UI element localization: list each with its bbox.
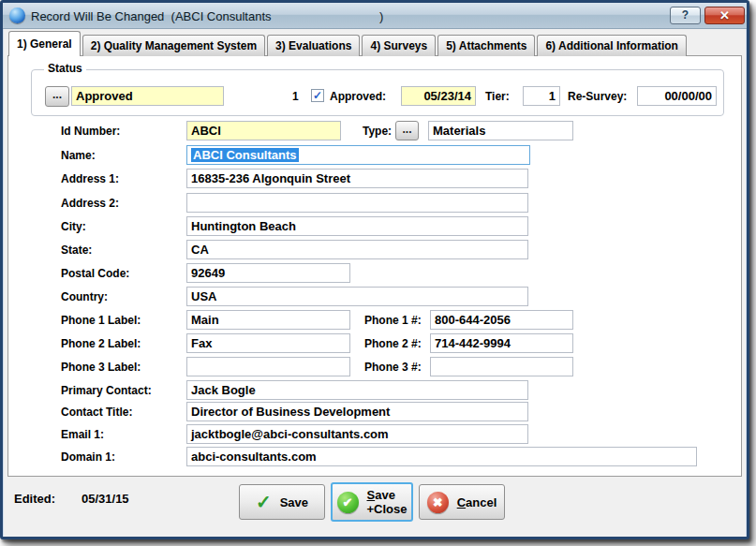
- tab-surveys[interactable]: 4) Surveys: [362, 35, 436, 56]
- status-lookup-button[interactable]: ...: [45, 86, 69, 107]
- city-field[interactable]: Huntington Beach: [186, 216, 528, 236]
- address2-label: Address 2:: [61, 197, 119, 210]
- save-close-check-icon: ✔: [337, 492, 359, 513]
- app-globe-icon: [9, 7, 25, 23]
- type-label: Type:: [363, 125, 392, 138]
- address1-field[interactable]: 16835-236 Algonquin Street: [186, 169, 528, 188]
- phone2-num-label: Phone 2 #:: [364, 337, 422, 350]
- type-field[interactable]: Materials: [428, 121, 573, 140]
- country-field[interactable]: USA: [186, 287, 528, 306]
- save-button[interactable]: ✓ Save: [239, 484, 325, 520]
- city-label: City:: [61, 220, 86, 233]
- tier-label: Tier:: [485, 90, 510, 103]
- phone2-label-field[interactable]: Fax: [186, 333, 350, 353]
- address2-field[interactable]: [186, 193, 528, 213]
- phone1-num-field[interactable]: 800-644-2056: [430, 310, 573, 330]
- tab-general[interactable]: 1) General: [8, 31, 81, 56]
- approved-date-field[interactable]: 05/23/14: [401, 86, 476, 106]
- dialog-window: Record Will Be Changed (ABCI Consultants…: [0, 0, 749, 539]
- email1-field[interactable]: jacktbogle@abci-consultants.com: [186, 424, 528, 444]
- help-button[interactable]: ?: [670, 7, 701, 24]
- type-lookup-button[interactable]: ...: [395, 121, 419, 140]
- close-button[interactable]: ✕: [704, 7, 745, 24]
- primary-contact-label: Primary Contact:: [61, 384, 152, 397]
- edited-value: 05/31/15: [82, 492, 129, 506]
- tab-attachments[interactable]: 5) Attachments: [437, 35, 535, 56]
- tier-field[interactable]: 1: [523, 86, 560, 106]
- postal-code-label: Postal Code:: [61, 267, 129, 280]
- name-selected-text: ABCI Consultants: [191, 148, 299, 162]
- approved-label: Approved:: [330, 90, 386, 103]
- primary-contact-field[interactable]: Jack Bogle: [186, 380, 528, 400]
- resurvey-label: Re-Survey:: [568, 90, 627, 103]
- phone3-num-field[interactable]: [430, 357, 573, 376]
- postal-code-field[interactable]: 92649: [186, 263, 350, 283]
- status-field[interactable]: Approved: [71, 86, 224, 106]
- phone1-num-label: Phone 1 #:: [364, 314, 422, 327]
- save-check-icon: ✓: [256, 493, 272, 511]
- phone3-num-label: Phone 3 #:: [364, 361, 422, 374]
- state-label: State:: [61, 243, 92, 257]
- save-close-button-label: Save +Close: [367, 488, 408, 516]
- phone3-label-label: Phone 3 Label:: [61, 361, 141, 374]
- phone1-label-label: Phone 1 Label:: [61, 314, 141, 327]
- country-label: Country:: [61, 290, 108, 303]
- cancel-button-label: Cancel: [457, 495, 497, 509]
- domain1-label: Domain 1:: [61, 450, 115, 464]
- address1-label: Address 1:: [61, 172, 119, 185]
- phone1-label-field[interactable]: Main: [186, 310, 350, 330]
- general-tab-page: Status ... Approved 1 ✓ Approved: 05/23/…: [7, 55, 742, 477]
- name-label: Name:: [61, 149, 96, 162]
- save-close-label-line1: Save: [367, 488, 395, 502]
- save-close-label-line2: +Close: [367, 502, 408, 516]
- status-group-label: Status: [44, 62, 86, 75]
- email1-label: Email 1:: [61, 428, 104, 441]
- cancel-button[interactable]: ✖ Cancel: [419, 484, 505, 520]
- id-number-field[interactable]: ABCI: [186, 121, 341, 140]
- approved-checkbox[interactable]: ✓: [311, 89, 324, 102]
- window-title: Record Will Be Changed (ABCI Consultants…: [31, 9, 383, 23]
- contact-title-label: Contact Title:: [61, 406, 132, 419]
- resurvey-field[interactable]: 00/00/00: [637, 86, 717, 106]
- id-number-label: Id Number:: [61, 125, 120, 138]
- cancel-x-icon: ✖: [427, 492, 449, 513]
- phone3-label-field[interactable]: [186, 357, 350, 376]
- state-field[interactable]: CA: [186, 240, 528, 259]
- phone2-label-label: Phone 2 Label:: [61, 337, 141, 350]
- save-close-button[interactable]: ✔ Save +Close: [331, 482, 413, 522]
- save-button-label: Save: [280, 495, 308, 509]
- contact-title-field[interactable]: Director of Business Development: [186, 402, 528, 421]
- tab-bar: 1) General 2) Quality Management System …: [8, 32, 743, 56]
- tab-evaluations[interactable]: 3) Evaluations: [267, 35, 360, 56]
- tab-quality-management-system[interactable]: 2) Quality Management System: [82, 35, 265, 56]
- domain1-field[interactable]: abci-consultants.com: [186, 447, 697, 466]
- phone2-num-field[interactable]: 714-442-9994: [430, 333, 573, 353]
- name-field[interactable]: ABCI Consultants: [186, 145, 530, 165]
- edited-label: Edited:: [14, 492, 55, 506]
- title-bar: Record Will Be Changed (ABCI Consultants…: [3, 3, 747, 29]
- status-sequence: 1: [292, 90, 299, 103]
- tab-additional-information[interactable]: 6) Additional Information: [537, 35, 687, 56]
